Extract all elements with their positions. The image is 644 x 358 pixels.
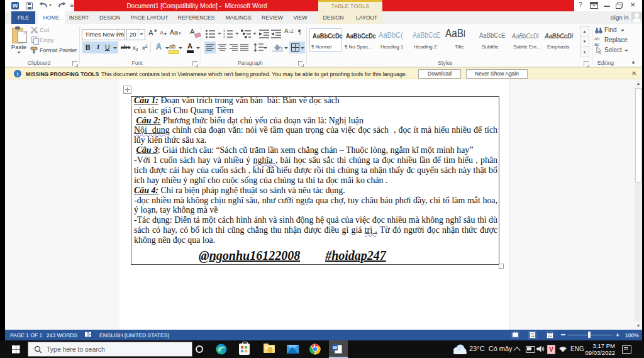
svg-text:3: 3: [223, 35, 225, 38]
